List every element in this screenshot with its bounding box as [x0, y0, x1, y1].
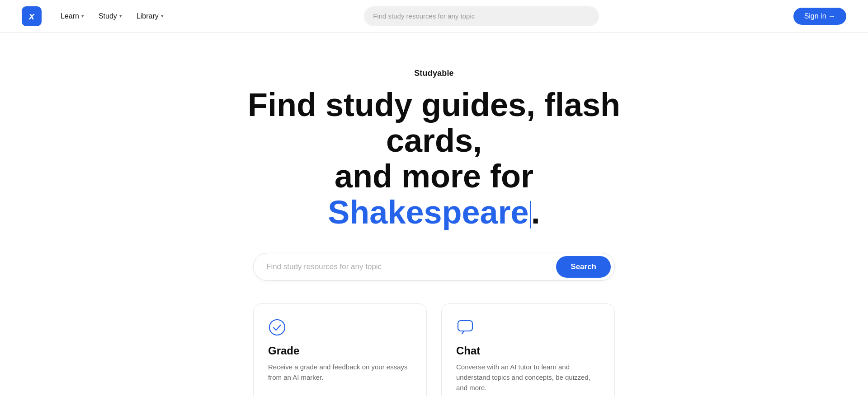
nav-item-study[interactable]: Study ▾: [92, 9, 128, 24]
main-content: Studyable Find study guides, flash cards…: [0, 33, 868, 396]
logo[interactable]: x: [22, 6, 42, 26]
chat-card-description: Converse with an AI tutor to learn and u…: [456, 362, 600, 393]
nav-links: Learn ▾ Study ▾ Library ▾: [54, 9, 170, 24]
study-label: Study: [99, 12, 117, 20]
grade-card[interactable]: Grade Receive a grade and feedback on yo…: [253, 303, 427, 396]
library-chevron-icon: ▾: [161, 13, 164, 19]
hero-headline-period: .: [531, 194, 540, 230]
study-chevron-icon: ▾: [119, 13, 122, 19]
svg-point-0: [269, 320, 285, 335]
main-search-bar: Search: [253, 253, 615, 281]
nav-item-library[interactable]: Library ▾: [130, 9, 170, 24]
library-label: Library: [137, 12, 159, 20]
nav-right: Sign in →: [793, 8, 846, 25]
main-search-input[interactable]: [266, 262, 556, 271]
check-circle-icon: [268, 318, 286, 336]
hero-headline-highlight: Shakespeare: [328, 194, 528, 230]
brand-name: Studyable: [414, 69, 454, 78]
chat-card-title: Chat: [456, 345, 600, 357]
grade-card-description: Receive a grade and feedback on your ess…: [268, 362, 412, 383]
chat-bubble-icon: [456, 318, 474, 336]
nav-search-area: [188, 6, 775, 26]
chat-card[interactable]: Chat Converse with an AI tutor to learn …: [441, 303, 615, 396]
learn-label: Learn: [61, 12, 79, 20]
feature-cards: Grade Receive a grade and feedback on yo…: [253, 303, 615, 396]
svg-rect-1: [458, 321, 472, 331]
hero-headline-part1: Find study guides, flash cards,: [248, 87, 620, 158]
nav-search-input[interactable]: [364, 6, 599, 26]
learn-chevron-icon: ▾: [81, 13, 84, 19]
grade-card-title: Grade: [268, 345, 412, 357]
nav-item-learn[interactable]: Learn ▾: [54, 9, 90, 24]
hero-title: Find study guides, flash cards, and more…: [231, 87, 637, 230]
sign-in-button[interactable]: Sign in →: [793, 8, 846, 25]
hero-headline-part2: and more for: [335, 158, 533, 194]
navbar: x Learn ▾ Study ▾ Library ▾ Sign in →: [0, 0, 868, 33]
search-button[interactable]: Search: [556, 256, 611, 278]
